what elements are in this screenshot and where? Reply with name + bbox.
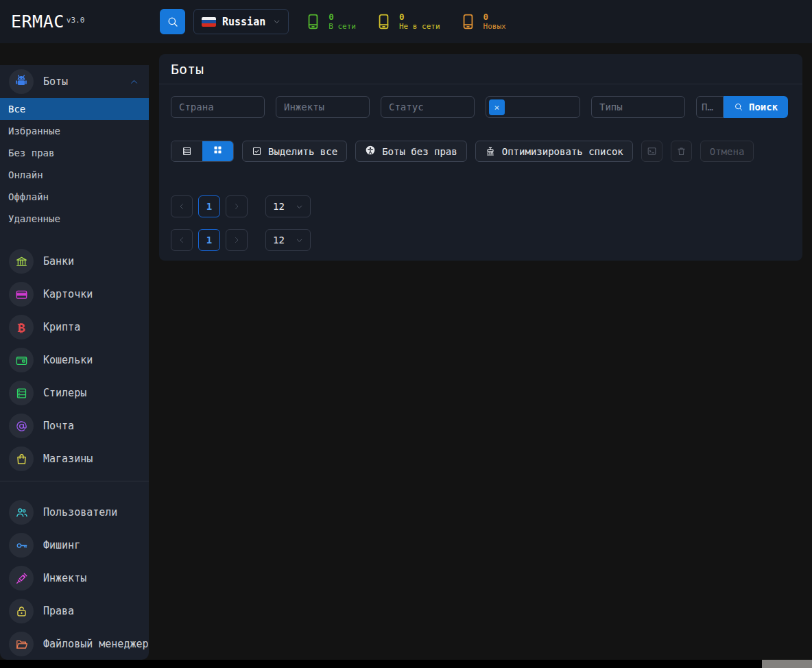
mobile-icon [304, 12, 322, 31]
page-title: Боты [159, 54, 802, 84]
folder-open-icon [15, 638, 28, 651]
search-button[interactable]: Поиск [724, 96, 788, 118]
console-button[interactable] [641, 141, 662, 162]
sidebar-item-permissions[interactable]: Права [0, 595, 149, 628]
at-sign-icon [15, 420, 28, 433]
search-icon [734, 102, 743, 112]
sidebar-item-crypto[interactable]: ₿ Крипта [0, 311, 149, 344]
sidebar-item-cards[interactable]: Карточки [0, 278, 149, 311]
credit-card-icon [15, 288, 28, 301]
pagination-bottom: 1 12 [159, 229, 802, 251]
chevron-down-icon [296, 237, 303, 244]
sidebar-item-favorites[interactable]: Избранные [0, 120, 149, 142]
sidebar-item-no-permissions[interactable]: Без прав [0, 142, 149, 164]
accessibility-circle-icon [365, 145, 376, 158]
status-filter-input[interactable] [381, 96, 475, 118]
bots-without-permissions-button[interactable]: Боты без прав [355, 141, 467, 162]
country-filter-input[interactable] [171, 96, 265, 118]
list-view-button[interactable] [171, 141, 202, 161]
online-count: 0 [329, 12, 356, 22]
sidebar-item-mail[interactable]: Почта [0, 409, 149, 442]
horizontal-scrollbar [0, 660, 812, 668]
page-size-select[interactable]: 12 [265, 195, 311, 217]
trash-icon [676, 146, 686, 156]
version-label: v3.0 [67, 16, 85, 25]
offline-label: Не в сети [399, 22, 440, 31]
optimize-list-button[interactable]: Оптимизировать список [475, 141, 633, 162]
sidebar-item-online[interactable]: Онлайн [0, 164, 149, 186]
sidebar-item-banks[interactable]: Банки [0, 245, 149, 278]
syringe-icon [15, 572, 28, 585]
next-page-button[interactable] [226, 229, 248, 251]
lock-icon [15, 605, 28, 618]
stat-new: 0 Новых [459, 12, 506, 31]
sidebar-item-injects[interactable]: Инжекты [0, 562, 149, 595]
bank-icon [15, 255, 28, 268]
current-page-button[interactable]: 1 [198, 229, 220, 251]
filters-row: × Поиск [159, 84, 802, 118]
next-page-button[interactable] [226, 195, 248, 217]
types-filter-input[interactable] [591, 96, 685, 118]
query-input[interactable] [696, 96, 724, 118]
header-search-button[interactable] [160, 9, 185, 34]
close-icon[interactable]: × [494, 102, 500, 112]
grid-view-icon [213, 145, 223, 158]
prev-page-button[interactable] [171, 229, 193, 251]
view-toggle [171, 141, 234, 162]
scrollbar-thumb[interactable] [762, 660, 812, 668]
select-all-button[interactable]: Выделить все [242, 141, 347, 162]
sidebar-bots-label: Боты [43, 75, 130, 88]
chevron-down-icon [273, 18, 280, 25]
list-view-icon [182, 146, 192, 156]
toolbar-row: Выделить все Боты без прав Оптимизироват… [159, 141, 802, 162]
chevron-right-icon [232, 236, 241, 244]
online-label: В сети [329, 22, 356, 31]
chevron-left-icon [178, 236, 186, 244]
sidebar-item-bots[interactable]: Боты [0, 65, 149, 98]
delete-button[interactable] [671, 141, 692, 162]
current-page-button[interactable]: 1 [198, 195, 220, 217]
sidebar-item-all-bots[interactable]: Все [0, 98, 149, 120]
chevron-up-icon [130, 77, 139, 86]
bots-submenu: Все Избранные Без прав Онлайн Оффлайн Уд… [0, 98, 149, 230]
chevron-left-icon [178, 202, 186, 211]
selected-tag-chip[interactable]: × [489, 99, 505, 115]
cancel-button[interactable]: Отмена [700, 141, 754, 162]
bots-panel: Боты × Поиск Выделить все [159, 54, 802, 261]
android-robot-icon [14, 73, 28, 90]
prev-page-button[interactable] [171, 195, 193, 217]
page-size-select[interactable]: 12 [265, 229, 311, 251]
wallet-icon [15, 354, 28, 367]
sidebar-item-wallets[interactable]: Кошельки [0, 344, 149, 377]
sidebar-item-stealers[interactable]: Стилеры [0, 377, 149, 409]
terminal-icon [647, 146, 657, 156]
chevron-down-icon [296, 203, 303, 211]
russian-flag-icon [202, 17, 216, 27]
language-label: Russian [222, 16, 265, 28]
sidebar-item-deleted[interactable]: Удаленные [0, 208, 149, 230]
sidebar-item-file-manager[interactable]: Файловый менеджер [0, 628, 149, 660]
mobile-icon [459, 12, 477, 31]
sidebar-divider [0, 481, 149, 481]
bitcoin-icon: ₿ [18, 320, 25, 335]
search-group: Поиск [696, 96, 788, 118]
language-select[interactable]: Russian [193, 9, 289, 34]
sidebar-section-admin: Пользователи Фишинг Инжекты Права Файлов… [0, 496, 149, 660]
sidebar-item-users[interactable]: Пользователи [0, 496, 149, 529]
grid-view-button[interactable] [202, 141, 233, 161]
new-count: 0 [483, 12, 506, 22]
pagination-top: 1 12 [159, 195, 802, 217]
top-header: ERMACv3.0 Russian 0 В сети 0 Не в сети [0, 0, 812, 43]
sidebar-item-phishing[interactable]: Фишинг [0, 529, 149, 562]
checkbox-checked-icon [252, 146, 262, 156]
tags-filter-input[interactable]: × [486, 96, 580, 118]
mobile-icon [375, 12, 392, 31]
users-icon [15, 506, 28, 519]
offline-count: 0 [399, 12, 440, 22]
injects-filter-input[interactable] [276, 96, 370, 118]
stat-online: 0 В сети [304, 12, 356, 31]
sidebar-item-offline[interactable]: Оффлайн [0, 186, 149, 208]
sidebar-item-shops[interactable]: Магазины [0, 442, 149, 475]
new-label: Новых [483, 22, 506, 31]
sidebar: Боты Все Избранные Без прав Онлайн Оффла… [0, 65, 149, 660]
